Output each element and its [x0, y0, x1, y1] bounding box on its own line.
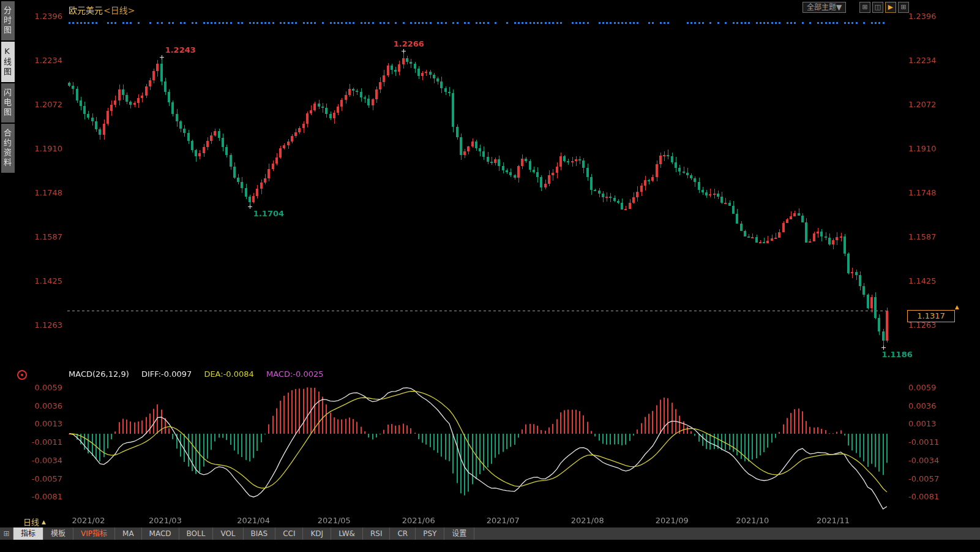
tab-VOL[interactable]: VOL	[213, 527, 243, 540]
price-annotation: 1.1704	[253, 209, 284, 218]
macd-value-label: MACD:-0.0025	[266, 369, 324, 379]
macd-axis-label: 0.0036	[17, 401, 62, 410]
x-axis-label: 2021/05	[318, 516, 351, 525]
theme-selector-button[interactable]: 全部主题▼	[802, 2, 846, 13]
macd-axis-label: 0.0059	[908, 383, 937, 392]
indicator-marker-icon[interactable]	[17, 370, 27, 380]
macd-axis-label: -0.0081	[17, 492, 62, 501]
tab-RSI[interactable]: RSI	[363, 527, 391, 540]
price-axis-label: 1.1910	[908, 144, 937, 153]
chart-title: 欧元美元<日线>	[69, 4, 135, 16]
tab-设置[interactable]: 设置	[444, 527, 474, 540]
indicator-header: MACD(26,12,9) DIFF:-0.0097 DEA:-0.0084 M…	[69, 369, 324, 379]
split-pane-icon[interactable]: ◫	[872, 2, 883, 13]
price-axis-label: 1.1425	[17, 276, 62, 285]
layout-icon-group: ⊞◫▶⊞	[859, 2, 909, 13]
x-axis-label: 2021/06	[402, 516, 435, 525]
indicator-tab-bar: ⊞ 指标模板VIP指标MAMACDBOLLVOLBIASCCIKDJLW&RSI…	[0, 527, 980, 540]
price-axis-label: 1.1587	[17, 232, 62, 241]
price-axis-label: 1.2396	[908, 12, 937, 21]
tab-CR[interactable]: CR	[390, 527, 416, 540]
last-price-value: 1.1317	[917, 311, 945, 320]
price-axis-label: 1.1263	[17, 320, 62, 330]
diff-value-label: DIFF:-0.0097	[141, 369, 192, 379]
x-axis-label: 2021/09	[656, 516, 689, 525]
x-axis-label: 2021/11	[817, 516, 850, 525]
x-axis-label: 2021/02	[72, 516, 105, 525]
price-axis-label: 1.1748	[908, 188, 937, 197]
period-label: 日线	[23, 518, 39, 527]
tab-BOLL[interactable]: BOLL	[179, 527, 214, 540]
tab-VIP指标[interactable]: VIP指标	[73, 527, 115, 540]
macd-axis-label: -0.0034	[908, 456, 939, 465]
macd-axis-label: -0.0034	[17, 456, 62, 465]
tab-KDJ[interactable]: KDJ	[303, 527, 331, 540]
price-axis-label: 1.1748	[17, 188, 62, 197]
sidebar-item-合约资料[interactable]: 合约资料	[1, 124, 15, 173]
price-axis-label: 1.2234	[17, 56, 62, 65]
sidebar-item-K线图[interactable]: K线图	[1, 42, 15, 82]
macd-axis-label: 0.0036	[908, 401, 937, 410]
dea-value-label: DEA:-0.0084	[204, 369, 253, 379]
grid-corner-icon[interactable]: ⊞	[0, 527, 13, 540]
sidebar-item-分时图[interactable]: 分时图	[1, 1, 15, 40]
macd-axis-label: 0.0013	[17, 419, 62, 428]
last-price-box: 1.1317	[907, 310, 955, 322]
macd-axis-label: -0.0011	[17, 437, 62, 447]
macd-axis-label: 0.0013	[908, 419, 937, 428]
period-selector[interactable]: 日线▲	[23, 516, 46, 527]
period-arrow-icon: ▲	[42, 519, 46, 525]
x-axis-label: 2021/04	[237, 516, 270, 525]
price-axis-label: 1.1587	[908, 232, 937, 241]
tab-list: 指标模板VIP指标MAMACDBOLLVOLBIASCCIKDJLW&RSICR…	[13, 527, 474, 540]
macd-axis-label: -0.0057	[908, 474, 939, 483]
period-tag: <日线>	[103, 6, 135, 15]
tab-MACD[interactable]: MACD	[142, 527, 179, 540]
tab-BIAS[interactable]: BIAS	[244, 527, 276, 540]
price-axis-label: 1.2072	[17, 100, 62, 109]
tab-模板[interactable]: 模板	[43, 527, 73, 540]
tab-指标[interactable]: 指标	[13, 527, 43, 540]
tab-PSY[interactable]: PSY	[416, 527, 444, 540]
tab-LW&[interactable]: LW&	[331, 527, 363, 540]
macd-axis-label: -0.0011	[908, 437, 939, 447]
sidebar-item-闪电图[interactable]: 闪电图	[1, 83, 15, 123]
quad-grid-icon[interactable]: ⊞	[859, 2, 870, 13]
price-axis-label: 1.2396	[17, 12, 62, 21]
macd-axis-label: -0.0057	[17, 474, 62, 483]
price-arrow-icon: ▲	[955, 304, 959, 310]
x-axis-label: 2021/08	[571, 516, 604, 525]
x-axis-label: 2021/07	[487, 516, 520, 525]
price-axis-label: 1.2234	[908, 56, 937, 65]
price-axis-label: 1.2072	[908, 100, 937, 109]
symbol-name: 欧元美元	[69, 6, 103, 15]
price-annotation: 1.1186	[882, 350, 913, 359]
price-annotation: 1.2266	[394, 39, 424, 48]
price-annotation: 1.2243	[165, 45, 196, 55]
macd-axis-label: 0.0059	[17, 383, 62, 392]
x-axis-label: 2021/03	[149, 516, 182, 525]
sidebar: 分时图K线图闪电图合约资料	[0, 0, 16, 174]
tab-MA[interactable]: MA	[115, 527, 142, 540]
price-axis-label: 1.1425	[908, 276, 937, 285]
tab-CCI[interactable]: CCI	[275, 527, 303, 540]
new-chart-icon[interactable]: ⊞	[898, 2, 909, 13]
macd-name-label: MACD(26,12,9)	[69, 369, 129, 379]
macd-axis-label: -0.0081	[908, 492, 939, 501]
chart-canvas[interactable]	[0, 0, 980, 552]
price-axis-label: 1.1910	[17, 144, 62, 153]
active-chart-icon[interactable]: ▶	[885, 2, 896, 13]
x-axis-label: 2021/10	[736, 516, 769, 525]
